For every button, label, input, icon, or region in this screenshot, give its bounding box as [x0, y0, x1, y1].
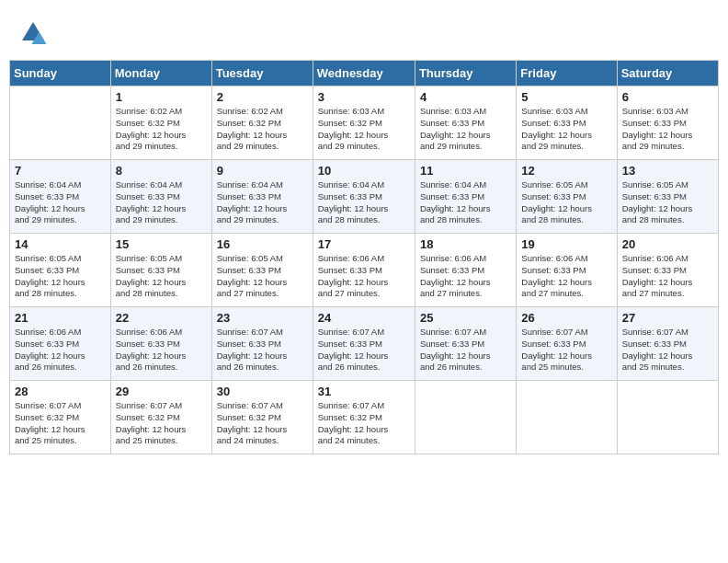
calendar-cell: 19Sunrise: 6:06 AM Sunset: 6:33 PM Dayli…	[517, 234, 617, 307]
day-info: Sunrise: 6:06 AM Sunset: 6:33 PM Dayligh…	[116, 327, 207, 373]
day-number: 31	[318, 385, 410, 398]
calendar-cell: 22Sunrise: 6:06 AM Sunset: 6:33 PM Dayli…	[110, 307, 211, 381]
day-number: 9	[217, 164, 308, 178]
day-number: 28	[15, 385, 106, 398]
day-number: 22	[116, 311, 207, 325]
calendar-cell	[10, 86, 111, 160]
calendar-cell: 23Sunrise: 6:07 AM Sunset: 6:33 PM Dayli…	[211, 307, 313, 381]
day-number: 4	[420, 90, 511, 104]
day-number: 23	[217, 311, 308, 325]
day-number: 6	[622, 90, 713, 104]
calendar-cell: 20Sunrise: 6:06 AM Sunset: 6:33 PM Dayli…	[617, 234, 718, 307]
day-info: Sunrise: 6:07 AM Sunset: 6:33 PM Dayligh…	[521, 327, 611, 373]
day-number: 11	[420, 164, 511, 178]
day-info: Sunrise: 6:07 AM Sunset: 6:32 PM Dayligh…	[15, 400, 106, 447]
day-info: Sunrise: 6:07 AM Sunset: 6:33 PM Dayligh…	[622, 327, 713, 373]
calendar-cell: 15Sunrise: 6:05 AM Sunset: 6:33 PM Dayli…	[110, 234, 211, 307]
calendar-week-row: 1Sunrise: 6:02 AM Sunset: 6:32 PM Daylig…	[10, 86, 719, 160]
day-number: 24	[318, 311, 410, 325]
day-number: 20	[622, 237, 713, 251]
day-info: Sunrise: 6:04 AM Sunset: 6:33 PM Dayligh…	[116, 179, 207, 226]
day-number: 30	[217, 385, 308, 398]
calendar-cell: 13Sunrise: 6:05 AM Sunset: 6:33 PM Dayli…	[617, 160, 718, 234]
day-number: 18	[420, 237, 511, 251]
logo	[18, 18, 51, 48]
calendar-cell	[517, 381, 617, 454]
day-number: 3	[318, 90, 410, 104]
day-number: 7	[15, 164, 106, 178]
day-number: 14	[15, 237, 106, 251]
calendar-cell: 18Sunrise: 6:06 AM Sunset: 6:33 PM Dayli…	[415, 234, 516, 307]
calendar-cell: 28Sunrise: 6:07 AM Sunset: 6:32 PM Dayli…	[10, 381, 111, 454]
calendar-cell: 25Sunrise: 6:07 AM Sunset: 6:33 PM Dayli…	[415, 307, 516, 381]
day-info: Sunrise: 6:05 AM Sunset: 6:33 PM Dayligh…	[116, 253, 207, 300]
day-number: 8	[116, 164, 207, 178]
day-info: Sunrise: 6:04 AM Sunset: 6:33 PM Dayligh…	[15, 179, 106, 226]
day-number: 21	[15, 311, 106, 325]
calendar-cell: 16Sunrise: 6:05 AM Sunset: 6:33 PM Dayli…	[211, 234, 313, 307]
weekday-header: Sunday	[10, 61, 111, 86]
day-number: 12	[521, 164, 611, 178]
day-info: Sunrise: 6:03 AM Sunset: 6:33 PM Dayligh…	[420, 106, 511, 153]
calendar-cell: 29Sunrise: 6:07 AM Sunset: 6:32 PM Dayli…	[110, 381, 211, 454]
day-info: Sunrise: 6:05 AM Sunset: 6:33 PM Dayligh…	[15, 253, 106, 300]
day-info: Sunrise: 6:05 AM Sunset: 6:33 PM Dayligh…	[622, 179, 713, 226]
calendar-cell: 11Sunrise: 6:04 AM Sunset: 6:33 PM Dayli…	[415, 160, 516, 234]
weekday-header: Thursday	[415, 61, 516, 86]
day-number: 26	[521, 311, 611, 325]
day-info: Sunrise: 6:04 AM Sunset: 6:33 PM Dayligh…	[318, 179, 410, 226]
day-info: Sunrise: 6:07 AM Sunset: 6:32 PM Dayligh…	[217, 400, 308, 447]
logo-icon	[18, 18, 48, 48]
day-info: Sunrise: 6:04 AM Sunset: 6:33 PM Dayligh…	[420, 179, 511, 226]
calendar-week-row: 14Sunrise: 6:05 AM Sunset: 6:33 PM Dayli…	[10, 234, 719, 307]
day-info: Sunrise: 6:06 AM Sunset: 6:33 PM Dayligh…	[15, 327, 106, 373]
day-info: Sunrise: 6:07 AM Sunset: 6:32 PM Dayligh…	[116, 400, 207, 447]
calendar-week-row: 21Sunrise: 6:06 AM Sunset: 6:33 PM Dayli…	[10, 307, 719, 381]
calendar-cell: 12Sunrise: 6:05 AM Sunset: 6:33 PM Dayli…	[517, 160, 617, 234]
day-number: 1	[116, 90, 207, 104]
calendar-table: SundayMondayTuesdayWednesdayThursdayFrid…	[9, 60, 719, 454]
weekday-header: Tuesday	[211, 61, 313, 86]
weekday-header: Monday	[110, 61, 211, 86]
calendar-cell: 21Sunrise: 6:06 AM Sunset: 6:33 PM Dayli…	[10, 307, 111, 381]
calendar-cell: 8Sunrise: 6:04 AM Sunset: 6:33 PM Daylig…	[110, 160, 211, 234]
day-number: 2	[217, 90, 308, 104]
calendar-cell: 24Sunrise: 6:07 AM Sunset: 6:33 PM Dayli…	[313, 307, 415, 381]
day-number: 10	[318, 164, 410, 178]
day-info: Sunrise: 6:04 AM Sunset: 6:33 PM Dayligh…	[217, 179, 308, 226]
page-header	[9, 9, 719, 52]
day-info: Sunrise: 6:02 AM Sunset: 6:32 PM Dayligh…	[217, 106, 308, 153]
weekday-header: Friday	[517, 61, 617, 86]
day-number: 25	[420, 311, 511, 325]
calendar-cell: 30Sunrise: 6:07 AM Sunset: 6:32 PM Dayli…	[211, 381, 313, 454]
day-number: 13	[622, 164, 713, 178]
day-info: Sunrise: 6:06 AM Sunset: 6:33 PM Dayligh…	[622, 253, 713, 300]
day-info: Sunrise: 6:07 AM Sunset: 6:33 PM Dayligh…	[318, 327, 410, 373]
calendar-cell: 5Sunrise: 6:03 AM Sunset: 6:33 PM Daylig…	[517, 86, 617, 160]
day-number: 19	[521, 237, 611, 251]
day-info: Sunrise: 6:06 AM Sunset: 6:33 PM Dayligh…	[420, 253, 511, 300]
calendar-cell	[617, 381, 718, 454]
day-info: Sunrise: 6:06 AM Sunset: 6:33 PM Dayligh…	[318, 253, 410, 300]
day-info: Sunrise: 6:07 AM Sunset: 6:33 PM Dayligh…	[420, 327, 511, 373]
calendar-cell: 9Sunrise: 6:04 AM Sunset: 6:33 PM Daylig…	[211, 160, 313, 234]
weekday-header: Wednesday	[313, 61, 415, 86]
calendar-cell: 3Sunrise: 6:03 AM Sunset: 6:32 PM Daylig…	[313, 86, 415, 160]
day-number: 16	[217, 237, 308, 251]
day-info: Sunrise: 6:06 AM Sunset: 6:33 PM Dayligh…	[521, 253, 611, 300]
calendar-cell: 26Sunrise: 6:07 AM Sunset: 6:33 PM Dayli…	[517, 307, 617, 381]
day-number: 15	[116, 237, 207, 251]
day-info: Sunrise: 6:07 AM Sunset: 6:33 PM Dayligh…	[217, 327, 308, 373]
day-info: Sunrise: 6:03 AM Sunset: 6:33 PM Dayligh…	[521, 106, 611, 153]
day-number: 5	[521, 90, 611, 104]
calendar-cell: 31Sunrise: 6:07 AM Sunset: 6:32 PM Dayli…	[313, 381, 415, 454]
calendar-cell: 27Sunrise: 6:07 AM Sunset: 6:33 PM Dayli…	[617, 307, 718, 381]
day-info: Sunrise: 6:03 AM Sunset: 6:33 PM Dayligh…	[622, 106, 713, 153]
calendar-cell: 7Sunrise: 6:04 AM Sunset: 6:33 PM Daylig…	[10, 160, 111, 234]
calendar-cell: 14Sunrise: 6:05 AM Sunset: 6:33 PM Dayli…	[10, 234, 111, 307]
day-info: Sunrise: 6:05 AM Sunset: 6:33 PM Dayligh…	[217, 253, 308, 300]
calendar-cell: 10Sunrise: 6:04 AM Sunset: 6:33 PM Dayli…	[313, 160, 415, 234]
day-info: Sunrise: 6:02 AM Sunset: 6:32 PM Dayligh…	[116, 106, 207, 153]
day-number: 29	[116, 385, 207, 398]
calendar-cell: 2Sunrise: 6:02 AM Sunset: 6:32 PM Daylig…	[211, 86, 313, 160]
